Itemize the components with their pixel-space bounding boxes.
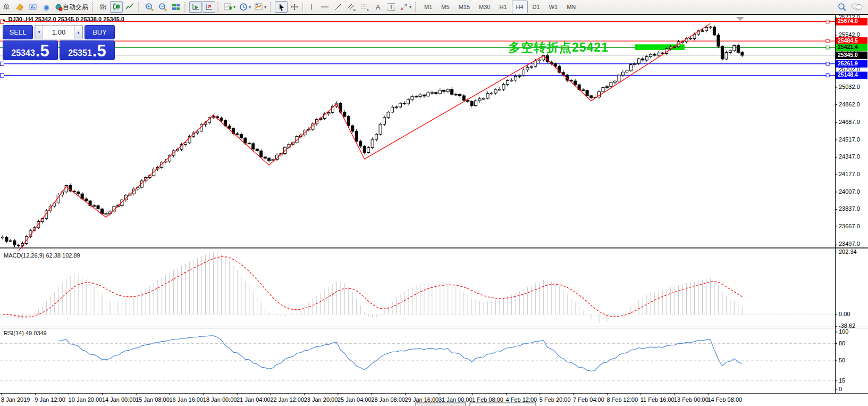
svg-text:23497.0: 23497.0 [839, 241, 860, 247]
tab-h4[interactable]: H4 [512, 1, 528, 13]
toolbar-grip [184, 2, 187, 12]
macd-indicator-label: MACD(12,26,9) 62.38 102.89 [4, 252, 80, 259]
svg-text:4 Feb 12:00: 4 Feb 12:00 [506, 396, 537, 403]
autotrading-label: 自动交易 [63, 3, 88, 12]
text-tool-icon[interactable]: A [372, 1, 384, 13]
svg-text:25148.4: 25148.4 [838, 71, 858, 78]
macd-name: MACD(12,26,9) [4, 252, 44, 259]
tab-m30[interactable]: M30 [475, 1, 494, 13]
svg-text:28 Jan 08:00: 28 Jan 08:00 [371, 396, 405, 403]
title-marker-icon: ▴ [3, 17, 5, 22]
svg-text:100: 100 [839, 328, 848, 335]
top-toolbar: 单 ◉ 自动交易 ▾ ▾ [0, 0, 868, 14]
line-chart-icon[interactable] [123, 1, 136, 13]
volume-value[interactable]: 1.00 [43, 26, 74, 39]
svg-text:29 Jan 16:00: 29 Jan 16:00 [405, 396, 439, 403]
rsi-current-value: 49.0349 [26, 330, 47, 336]
dropdown-caret-icon: ▾ [264, 5, 266, 10]
dropdown-caret-icon: ▾ [249, 5, 251, 10]
svg-text:15 Jan 08:00: 15 Jan 08:00 [136, 396, 170, 403]
arrows-tool-icon[interactable]: ▾ [398, 1, 413, 13]
svg-text:21 Jan 04:00: 21 Jan 04:00 [237, 396, 271, 403]
svg-text:25 Jan 04:00: 25 Jan 04:00 [338, 396, 372, 403]
svg-text:31 Jan 00:00: 31 Jan 00:00 [439, 396, 473, 403]
label-tool-icon[interactable]: T [385, 1, 398, 13]
periods-icon[interactable]: ▾ [238, 1, 252, 13]
tile-windows-icon[interactable] [170, 1, 182, 13]
new-order-button[interactable]: 单 [0, 1, 13, 13]
dropdown-caret-icon: ▾ [233, 5, 235, 10]
zoom-out-icon[interactable] [156, 1, 169, 13]
sell-button[interactable]: SELL [3, 25, 33, 39]
rsi-indicator-label: RSI(14) 49.0349 [4, 330, 47, 336]
svg-text:24347.0: 24347.0 [839, 153, 860, 160]
svg-text:7 Feb 04:00: 7 Feb 04:00 [573, 396, 604, 403]
vertical-line-tool-icon[interactable] [305, 1, 318, 13]
templates-icon[interactable]: ▾ [253, 1, 268, 13]
sell-price-main: 25343 [11, 47, 35, 59]
svg-text:14 Feb 08:00: 14 Feb 08:00 [707, 396, 742, 403]
svg-text:16 Jan 16:00: 16 Jan 16:00 [170, 396, 204, 403]
chart-text-annotation[interactable]: 多空转折点25421 [508, 39, 609, 56]
eraser-icon[interactable] [13, 1, 26, 13]
horizontal-line-tool-icon[interactable] [318, 1, 331, 13]
trendline-tool-icon[interactable] [332, 1, 344, 13]
crosshair-icon[interactable] [288, 1, 301, 13]
cursor-icon[interactable] [275, 1, 288, 13]
search-icon[interactable] [838, 3, 847, 12]
tab-d1[interactable]: D1 [528, 1, 544, 13]
toolbar-right-group [838, 3, 868, 12]
svg-text:9 Jan 12:00: 9 Jan 12:00 [35, 396, 65, 403]
toolbar-grip [92, 2, 95, 12]
tab-m5[interactable]: M5 [437, 1, 453, 13]
chart-canvas[interactable]: 25712.025542.025372.025202.025032.024862… [0, 15, 868, 406]
bar-chart-icon[interactable] [97, 1, 109, 13]
svg-text:13 Feb 00:00: 13 Feb 00:00 [674, 396, 709, 403]
tab-w1[interactable]: W1 [545, 1, 562, 13]
channel-tool-icon[interactable]: E [345, 1, 358, 13]
svg-text:25261.9: 25261.9 [838, 60, 858, 67]
new-order-label: 单 [3, 3, 10, 12]
chart-window[interactable]: 25712.025542.025372.025202.025032.024862… [0, 14, 868, 406]
buy-button[interactable]: BUY [85, 25, 115, 39]
chat-icon[interactable] [851, 3, 863, 11]
tab-mn[interactable]: MN [562, 1, 580, 13]
chart-symbol-period: DJ30-,H4 [9, 16, 33, 22]
volume-increase-button[interactable]: ▴ [74, 26, 82, 39]
svg-text:24687.0: 24687.0 [839, 119, 860, 125]
svg-text:202.34: 202.34 [839, 248, 857, 255]
candlestick-chart-icon[interactable] [110, 1, 123, 13]
buy-price-pips: .5 [92, 43, 106, 59]
svg-text:10 Jan 20:00: 10 Jan 20:00 [69, 396, 103, 403]
svg-text:24862.0: 24862.0 [839, 101, 860, 107]
svg-text:23 Jan 20:00: 23 Jan 20:00 [304, 396, 338, 403]
broadcast-icon[interactable]: ◉ [40, 1, 53, 13]
svg-text:23837.0: 23837.0 [839, 205, 860, 212]
svg-text:8 Feb 12:00: 8 Feb 12:00 [606, 396, 638, 403]
tab-h1[interactable]: H1 [495, 1, 511, 13]
auto-scroll-icon[interactable] [189, 1, 202, 13]
sell-price-pips: .5 [36, 43, 49, 59]
svg-text:E: E [353, 9, 356, 12]
one-click-trading-panel: SELL ▾ 1.00 ▴ BUY 25343 .5 25351 .5 [3, 25, 115, 60]
sell-price-button[interactable]: 25343 .5 [3, 40, 58, 60]
svg-text:0.00: 0.00 [839, 311, 850, 317]
chart-shift-icon[interactable] [203, 1, 215, 13]
buy-price-button[interactable]: 25351 .5 [60, 40, 115, 60]
volume-decrease-button[interactable]: ▾ [35, 26, 43, 39]
zoom-in-icon[interactable] [143, 1, 156, 13]
svg-text:25345.0: 25345.0 [838, 52, 858, 58]
svg-text:F: F [367, 9, 369, 12]
autotrading-button[interactable]: 自动交易 [53, 1, 90, 13]
chart-title: ▴ DJ30-,H4 25342.0 25345.0 25338.0 25345… [3, 16, 124, 22]
fibonacci-tool-icon[interactable]: F [358, 1, 371, 13]
macd-current-values: 62.38 102.89 [46, 252, 80, 259]
tab-m15[interactable]: M15 [454, 1, 474, 13]
toolbar-grip [138, 2, 141, 12]
svg-text:24517.0: 24517.0 [839, 136, 860, 143]
charts-window-icon[interactable] [27, 1, 39, 13]
tab-m1[interactable]: M1 [420, 1, 436, 13]
trade-panel-top-row: SELL ▾ 1.00 ▴ BUY [3, 25, 115, 39]
indicators-icon[interactable]: ▾ [222, 1, 237, 13]
svg-text:25674.0: 25674.0 [838, 18, 858, 24]
